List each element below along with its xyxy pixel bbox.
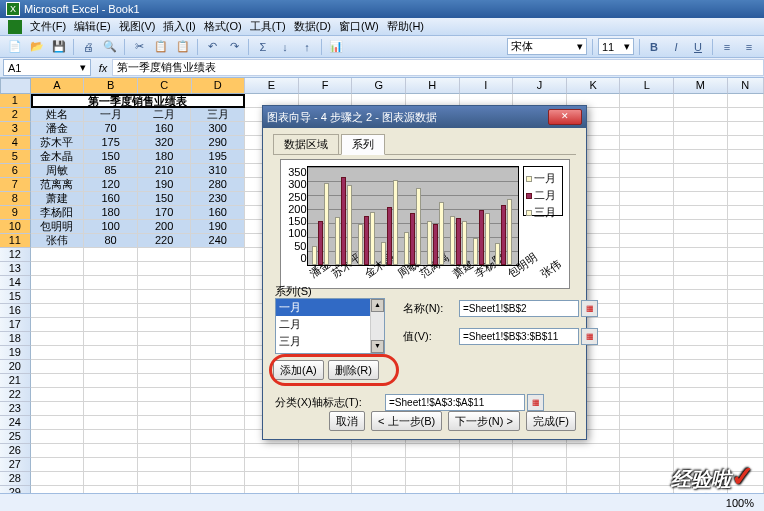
new-icon[interactable]: 📄: [5, 38, 25, 56]
cell[interactable]: [138, 458, 192, 472]
cell[interactable]: 周敏: [31, 164, 85, 178]
cell[interactable]: 190: [191, 220, 245, 234]
cell[interactable]: 160: [138, 122, 192, 136]
row-header[interactable]: 14: [0, 276, 31, 290]
cell[interactable]: 195: [191, 150, 245, 164]
row-header[interactable]: 3: [0, 122, 31, 136]
menu-window[interactable]: 窗口(W): [339, 19, 379, 34]
cell[interactable]: [728, 122, 764, 136]
cell[interactable]: [728, 374, 764, 388]
cell[interactable]: [84, 262, 138, 276]
cell[interactable]: [138, 374, 192, 388]
cell[interactable]: [245, 472, 299, 486]
cell[interactable]: [191, 402, 245, 416]
cell[interactable]: [84, 304, 138, 318]
cell[interactable]: 120: [84, 178, 138, 192]
cell[interactable]: [84, 472, 138, 486]
cell[interactable]: [674, 346, 728, 360]
cell[interactable]: [620, 192, 674, 206]
cell[interactable]: [84, 416, 138, 430]
name-input[interactable]: [459, 300, 579, 317]
menu-view[interactable]: 视图(V): [119, 19, 156, 34]
cell[interactable]: [31, 318, 85, 332]
column-header[interactable]: M: [674, 78, 728, 94]
cell[interactable]: [674, 136, 728, 150]
cell[interactable]: [674, 444, 728, 458]
cell[interactable]: [620, 346, 674, 360]
cell[interactable]: [31, 402, 85, 416]
menu-file[interactable]: 文件(F): [30, 19, 66, 34]
zoom-level[interactable]: 100%: [726, 497, 754, 509]
tab-data-range[interactable]: 数据区域: [273, 134, 339, 154]
cell[interactable]: [138, 430, 192, 444]
cell[interactable]: [728, 402, 764, 416]
cell[interactable]: [620, 164, 674, 178]
cell[interactable]: [191, 318, 245, 332]
cell[interactable]: [728, 206, 764, 220]
row-header[interactable]: 20: [0, 360, 31, 374]
cell[interactable]: [191, 332, 245, 346]
cell[interactable]: [31, 304, 85, 318]
font-size-select[interactable]: 11▾: [598, 38, 634, 55]
cell[interactable]: [191, 276, 245, 290]
cell[interactable]: [191, 430, 245, 444]
cell[interactable]: [84, 346, 138, 360]
cell[interactable]: [138, 304, 192, 318]
cell[interactable]: [191, 472, 245, 486]
cell[interactable]: [728, 360, 764, 374]
cell[interactable]: [191, 290, 245, 304]
cancel-button[interactable]: 取消: [329, 411, 365, 431]
cell[interactable]: [674, 332, 728, 346]
cell[interactable]: [84, 458, 138, 472]
cell[interactable]: [138, 346, 192, 360]
cell[interactable]: [674, 150, 728, 164]
add-button[interactable]: 添加(A): [273, 360, 324, 380]
cell[interactable]: [620, 318, 674, 332]
cell[interactable]: [674, 318, 728, 332]
cell[interactable]: [513, 444, 567, 458]
cell[interactable]: [31, 374, 85, 388]
cell[interactable]: [674, 430, 728, 444]
cell[interactable]: [620, 444, 674, 458]
cell[interactable]: [84, 290, 138, 304]
cell[interactable]: [674, 248, 728, 262]
cell[interactable]: 175: [84, 136, 138, 150]
cell[interactable]: [460, 458, 514, 472]
scrollbar[interactable]: ▲ ▼: [370, 299, 384, 353]
cell[interactable]: [191, 360, 245, 374]
menu-insert[interactable]: 插入(I): [163, 19, 195, 34]
cell[interactable]: [31, 416, 85, 430]
finish-button[interactable]: 完成(F): [526, 411, 576, 431]
cell[interactable]: [406, 444, 460, 458]
cell[interactable]: [728, 346, 764, 360]
row-header[interactable]: 13: [0, 262, 31, 276]
column-header[interactable]: K: [567, 78, 621, 94]
cell[interactable]: [406, 458, 460, 472]
row-header[interactable]: 4: [0, 136, 31, 150]
cell[interactable]: [138, 290, 192, 304]
cell[interactable]: [138, 332, 192, 346]
range-picker-icon[interactable]: ▦: [527, 394, 544, 411]
cell[interactable]: [352, 444, 406, 458]
cell[interactable]: [728, 150, 764, 164]
cell[interactable]: [674, 374, 728, 388]
cell[interactable]: [620, 262, 674, 276]
preview-icon[interactable]: 🔍: [100, 38, 120, 56]
tab-series[interactable]: 系列: [341, 134, 385, 155]
cell[interactable]: 潘金: [31, 122, 85, 136]
align-left-icon[interactable]: ≡: [717, 38, 737, 56]
cell[interactable]: [138, 444, 192, 458]
cell[interactable]: [728, 94, 764, 108]
cell[interactable]: [620, 122, 674, 136]
cell[interactable]: 300: [191, 122, 245, 136]
cell[interactable]: 220: [138, 234, 192, 248]
cell[interactable]: 290: [191, 136, 245, 150]
cell[interactable]: [31, 444, 85, 458]
cell[interactable]: [84, 388, 138, 402]
cell[interactable]: [728, 178, 764, 192]
cell[interactable]: [84, 444, 138, 458]
row-header[interactable]: 2: [0, 108, 31, 122]
cell[interactable]: [31, 276, 85, 290]
fx-button[interactable]: fx: [94, 62, 112, 74]
series-item[interactable]: 一月: [276, 299, 384, 316]
